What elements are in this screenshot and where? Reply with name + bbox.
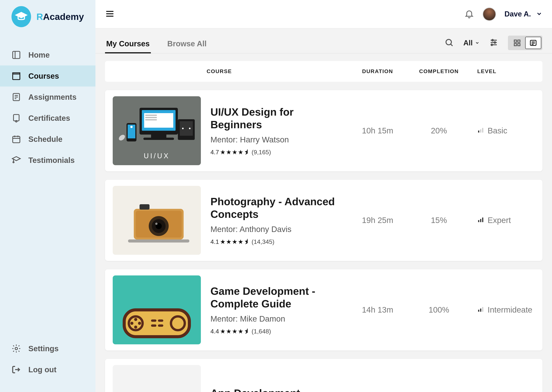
notifications-button[interactable] — [464, 9, 474, 20]
svg-point-49 — [130, 126, 133, 128]
course-completion: 100% — [408, 305, 470, 315]
svg-rect-42 — [143, 138, 174, 140]
main-area: Dave A. My Courses Browse All All — [95, 0, 552, 392]
svg-point-24 — [494, 42, 496, 43]
chevron-down-icon — [536, 11, 542, 18]
svg-text:UI/UX: UI/UX — [144, 152, 170, 160]
sidebar-item-testimonials[interactable]: Testimonials — [0, 150, 95, 171]
course-row[interactable]: Game Development - Complete Guide Mentor… — [105, 269, 542, 350]
course-info: Game Development - Complete Guide Mentor… — [201, 285, 347, 335]
course-duration: 10h 15m — [347, 126, 408, 135]
sidebar-item-label: Settings — [28, 344, 59, 353]
level-expert-icon — [477, 216, 484, 225]
sidebar-item-label: Testimonials — [28, 156, 75, 165]
course-level: Basic — [470, 126, 535, 135]
svg-rect-73 — [151, 319, 156, 322]
testimonials-icon — [12, 155, 21, 165]
svg-rect-27 — [514, 40, 516, 42]
sidebar-item-certificates[interactable]: Certificates — [0, 108, 95, 129]
svg-point-22 — [492, 39, 493, 41]
course-duration: 14h 13m — [347, 305, 408, 315]
svg-point-46 — [189, 128, 190, 129]
svg-rect-77 — [478, 310, 479, 312]
user-menu-button[interactable]: Dave A. — [504, 10, 542, 18]
svg-rect-54 — [482, 128, 483, 133]
svg-rect-78 — [480, 308, 481, 312]
certificates-icon — [12, 113, 21, 123]
svg-rect-9 — [13, 136, 20, 143]
sidebar-item-label: Courses — [28, 72, 59, 80]
view-list-button[interactable] — [525, 37, 541, 49]
svg-point-50 — [118, 133, 126, 142]
course-title: Photography - Advanced Concepts — [211, 195, 347, 221]
svg-point-26 — [491, 44, 493, 46]
course-thumbnail — [113, 275, 201, 344]
course-row[interactable]: Photography - Advanced Concepts Mentor: … — [105, 180, 542, 261]
sidebar-item-settings[interactable]: Settings — [0, 338, 95, 359]
header-completion: COMPLETION — [408, 68, 470, 74]
course-level: Intermideate — [470, 305, 535, 315]
sidebar-item-courses[interactable]: Courses — [0, 65, 95, 86]
svg-rect-63 — [478, 220, 479, 222]
avatar[interactable] — [483, 7, 496, 21]
view-toggle — [508, 35, 542, 50]
schedule-icon — [12, 134, 21, 144]
filter-dropdown[interactable]: All — [463, 39, 479, 47]
svg-rect-40 — [145, 119, 157, 120]
assignments-icon — [12, 92, 21, 102]
course-level: Expert — [470, 216, 535, 225]
topbar: Dave A. — [95, 0, 552, 28]
sidebar-item-label: Log out — [28, 365, 57, 374]
header-duration: DURATION — [347, 68, 408, 74]
sidebar-item-label: Schedule — [28, 135, 63, 144]
svg-line-20 — [451, 44, 452, 46]
svg-point-71 — [130, 322, 133, 325]
sidebar-item-home[interactable]: Home — [0, 44, 95, 65]
brand-name: RAcademy — [36, 12, 84, 22]
search-button[interactable] — [444, 38, 454, 48]
svg-rect-65 — [482, 218, 483, 222]
tab-browse-all[interactable]: Browse All — [166, 35, 208, 53]
svg-rect-28 — [518, 40, 520, 42]
svg-point-61 — [155, 223, 158, 225]
sidebar-item-assignments[interactable]: Assignments — [0, 86, 95, 108]
course-duration: 19h 25m — [347, 216, 408, 225]
course-completion: 15% — [408, 216, 470, 225]
course-info: UI/UX Design for Beginners Mentor: Harry… — [201, 106, 347, 156]
tab-my-courses[interactable]: My Courses — [105, 35, 151, 53]
chevron-down-icon — [475, 41, 479, 45]
svg-rect-74 — [158, 319, 163, 322]
menu-toggle-button[interactable] — [105, 9, 115, 19]
view-grid-button[interactable] — [509, 37, 525, 49]
svg-point-69 — [134, 318, 137, 321]
svg-rect-64 — [480, 219, 481, 222]
stars-icon: ★★★★⯨ — [220, 238, 250, 245]
course-thumbnail — [113, 365, 201, 392]
course-title: App Development - Android — [211, 387, 347, 392]
svg-point-14 — [15, 347, 18, 350]
sidebar-item-logout[interactable]: Log out — [0, 359, 95, 380]
filter-settings-button[interactable] — [489, 38, 498, 48]
course-title: Game Development - Complete Guide — [211, 285, 347, 310]
sidebar-bottom: Settings Log out — [0, 338, 95, 386]
level-basic-icon — [477, 126, 484, 135]
brand-badge-icon — [12, 6, 31, 27]
svg-point-19 — [446, 39, 451, 45]
svg-rect-39 — [145, 117, 157, 118]
svg-rect-30 — [518, 43, 520, 46]
svg-rect-41 — [151, 134, 166, 138]
svg-point-45 — [182, 128, 184, 129]
home-icon — [12, 50, 21, 60]
svg-rect-29 — [514, 43, 516, 46]
course-row[interactable]: UI/UX UI/UX Design for Beginners Mentor:… — [105, 90, 542, 171]
course-rating: 4.7 ★★★★⯨ (9,165) — [211, 148, 347, 156]
course-thumbnail — [113, 186, 201, 255]
svg-point-72 — [138, 322, 141, 325]
brand-logo[interactable]: RAcademy — [0, 6, 95, 33]
course-mentor: Mentor: Anthony Davis — [211, 225, 347, 234]
course-row[interactable]: App Development - Android — [105, 359, 542, 392]
sidebar-item-label: Certificates — [28, 114, 70, 123]
sidebar-item-schedule[interactable]: Schedule — [0, 129, 95, 150]
course-rating: 4.1 ★★★★⯨ (14,345) — [211, 238, 347, 245]
gear-icon — [12, 344, 21, 353]
